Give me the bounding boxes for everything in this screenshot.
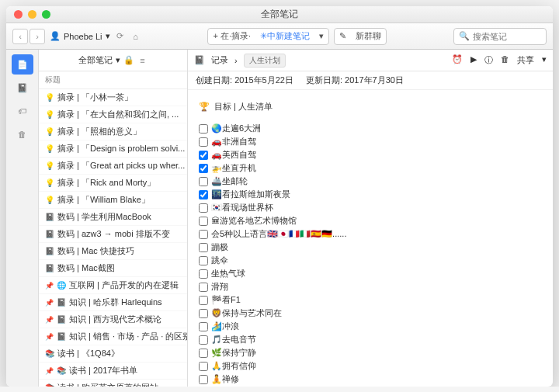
- note-type-icon: 📓: [45, 213, 54, 221]
- checkbox[interactable]: [199, 203, 208, 213]
- checklist-item[interactable]: 🌃看拉斯维加斯夜景: [199, 188, 542, 201]
- checklist-item[interactable]: 🚢坐邮轮: [199, 175, 542, 188]
- note-type-icon: 💡: [45, 110, 54, 119]
- checkbox[interactable]: [199, 217, 208, 226]
- checklist-item[interactable]: 🙏拥有信仰: [199, 359, 542, 373]
- list-item[interactable]: 📌📓知识 | 西方现代艺术概论: [39, 311, 187, 328]
- checklist-item[interactable]: 跳伞: [199, 254, 542, 267]
- note-list[interactable]: 💡摘录 | 「小林一茶」💡摘录 | 「在大自然和我们之间, ...💡摘录 | 「…: [39, 89, 187, 387]
- checkbox[interactable]: [199, 190, 208, 199]
- pin-icon: 📌: [45, 299, 54, 307]
- activity-icon[interactable]: ⌂: [130, 31, 141, 42]
- list-item[interactable]: 📓数码 | azw3 → mobi 排版不变: [39, 226, 187, 243]
- new-note-button[interactable]: + 在·摘录· ✳中新建笔记 ▾: [207, 28, 329, 45]
- back-button[interactable]: ‹: [12, 29, 28, 44]
- tags-button[interactable]: 🏷: [12, 101, 33, 121]
- search-input[interactable]: [473, 32, 543, 41]
- list-item[interactable]: 📓数码 | Mac截图: [39, 260, 187, 277]
- checkbox[interactable]: [199, 151, 208, 160]
- checkbox[interactable]: [199, 283, 208, 292]
- checklist-item[interactable]: 会5种以上语言🇬🇧🇯🇵🇫🇷🇮🇹🇪🇸🇩🇪......: [199, 227, 542, 241]
- checklist-item[interactable]: 🚁坐直升机: [199, 161, 542, 175]
- sync-icon[interactable]: ⟳: [115, 31, 126, 42]
- checkbox[interactable]: [199, 164, 208, 173]
- checklist-item[interactable]: ✨极简生活: [199, 386, 542, 387]
- list-item[interactable]: 📌📚读书 | 2017年书单: [39, 363, 187, 380]
- checklist-item[interactable]: 🏄冲浪: [199, 320, 542, 333]
- present-icon[interactable]: ▶: [470, 54, 477, 66]
- forward-button[interactable]: ›: [30, 29, 45, 44]
- checkbox[interactable]: [199, 322, 208, 331]
- note-dates: 创建日期: 2015年5月22日 更新日期: 2017年7月30日: [188, 71, 553, 90]
- checkbox[interactable]: [199, 177, 208, 186]
- toolbar: ‹ › 👤 Phoebe Li ▾ ⟳ ⌂ + 在·摘录· ✳中新建笔记 ▾ ✎…: [6, 23, 553, 50]
- note-list-title: 全部笔记: [78, 54, 113, 66]
- checkbox[interactable]: [199, 256, 208, 265]
- list-item[interactable]: 💡摘录 | 「在大自然和我们之间, ...: [39, 106, 187, 123]
- list-item[interactable]: 💡摘录 | 「照相的意义」: [39, 123, 187, 140]
- reminder-icon[interactable]: ⏰: [452, 54, 463, 66]
- checklist-item[interactable]: 🏁看F1: [199, 293, 542, 307]
- pin-icon: 📌: [45, 333, 54, 341]
- info-icon[interactable]: ⓘ: [484, 54, 493, 66]
- checkbox[interactable]: [199, 296, 208, 305]
- share-button[interactable]: 共享: [517, 54, 534, 66]
- checklist-item[interactable]: 🌏走遍6大洲: [199, 122, 542, 135]
- created-date: 2015年5月22日: [234, 75, 293, 85]
- checkbox[interactable]: [199, 375, 208, 384]
- new-chat-button[interactable]: ✎ 新群聊: [334, 28, 387, 45]
- checklist-item[interactable]: 🎵去电音节: [199, 333, 542, 346]
- checkbox[interactable]: [199, 124, 208, 134]
- checkbox[interactable]: [199, 309, 208, 318]
- checklist-item[interactable]: 坐热气球: [199, 267, 542, 280]
- breadcrumb-tag[interactable]: 人生计划: [244, 54, 286, 68]
- checklist-item[interactable]: 🦁保持与艺术同在: [199, 307, 542, 320]
- note-list-header[interactable]: 全部笔记 ▾ 🔒 ≡: [39, 50, 187, 71]
- trash-button[interactable]: 🗑: [12, 124, 33, 144]
- list-item[interactable]: 📚读书 | 购买英文原著的网站: [39, 380, 187, 387]
- column-header[interactable]: 标题: [39, 71, 187, 89]
- checkbox[interactable]: [199, 137, 208, 147]
- list-options-icon[interactable]: ≡: [137, 55, 148, 66]
- breadcrumb-notebook[interactable]: 记录: [211, 54, 228, 66]
- list-item[interactable]: 💡摘录 | 「William Blake」: [39, 192, 187, 209]
- list-item[interactable]: 💡摘录 | 「Design is problem solvi...: [39, 140, 187, 158]
- checklist-item[interactable]: 🏛游览各地艺术博物馆: [199, 214, 542, 227]
- updated-label: 更新日期:: [306, 75, 342, 85]
- note-title[interactable]: 目标 | 人生清单: [214, 101, 273, 113]
- checklist-item[interactable]: 蹦极: [199, 241, 542, 254]
- note-title: 数码 | Mac 快捷技巧: [57, 245, 134, 257]
- list-item[interactable]: 📚读书 | 《1Q84》: [39, 345, 187, 363]
- account-menu[interactable]: 👤 Phoebe Li ▾: [50, 31, 110, 42]
- note-type-icon: 💡: [45, 161, 54, 170]
- checklist-item[interactable]: 🌿保持宁静: [199, 346, 542, 359]
- note-type-icon: 📓: [45, 230, 54, 238]
- list-item[interactable]: 💡摘录 | 「小林一茶」: [39, 89, 187, 106]
- checklist-item[interactable]: 🚗美西自驾: [199, 148, 542, 161]
- checklist-item[interactable]: 🚗非洲自驾: [199, 135, 542, 148]
- checkbox[interactable]: [199, 362, 208, 371]
- checklist-item[interactable]: 滑翔: [199, 280, 542, 293]
- list-item[interactable]: 📌📓知识 | 销售 · 市场 · 产品 · 的区别: [39, 328, 187, 345]
- user-name: Phoebe Li: [64, 32, 102, 41]
- checkbox[interactable]: [199, 269, 208, 279]
- note-body[interactable]: 🏆 目标 | 人生清单 🌏走遍6大洲🚗非洲自驾🚗美西自驾🚁坐直升机🚢坐邮轮🌃看拉…: [188, 90, 553, 387]
- checklist-item[interactable]: 🇰🇷看现场世界杯: [199, 201, 542, 214]
- checkbox[interactable]: [199, 230, 208, 239]
- checkbox[interactable]: [199, 335, 208, 345]
- checklist-item[interactable]: 🧘禅修: [199, 373, 542, 386]
- checklist-text: 会5种以上语言🇬🇧🇯🇵🇫🇷🇮🇹🇪🇸🇩🇪......: [211, 228, 346, 240]
- list-item[interactable]: 💡摘录 | 「Great art picks up wher...: [39, 158, 187, 175]
- list-item[interactable]: 💡摘录 | 「Rick and Morty」: [39, 175, 187, 192]
- notebooks-button[interactable]: 📓: [12, 78, 33, 98]
- note-type-icon: 📚: [45, 383, 54, 387]
- list-item[interactable]: 📓数码 | 学生利用MacBook: [39, 209, 187, 226]
- list-item[interactable]: 📓数码 | Mac 快捷技巧: [39, 243, 187, 260]
- trash-icon[interactable]: 🗑: [501, 54, 509, 66]
- search-field[interactable]: 🔍: [453, 28, 547, 45]
- notes-view-button[interactable]: 📄: [12, 54, 33, 75]
- list-item[interactable]: 📌🌐互联网 | 产品开发的内在逻辑: [39, 277, 187, 294]
- checkbox[interactable]: [199, 243, 208, 252]
- checkbox[interactable]: [199, 349, 208, 358]
- list-item[interactable]: 📌📓知识 | 哈乐群 Harlequins: [39, 294, 187, 311]
